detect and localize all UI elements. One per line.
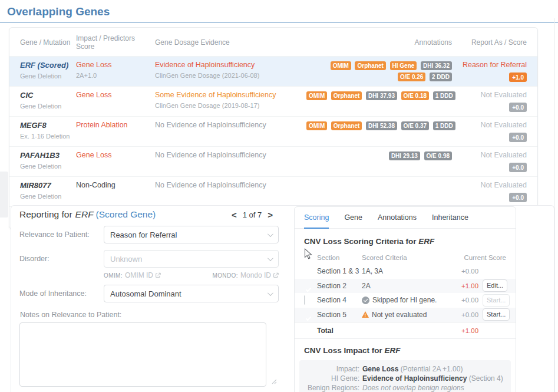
gene-mutation: Gene Deletion (20, 73, 76, 80)
gene-mutation: Gene Deletion (20, 103, 76, 110)
annotation-badge: OMIM (306, 91, 327, 100)
mouse-cursor (304, 248, 313, 261)
gene-name[interactable]: PAFAH1B3 (20, 151, 76, 160)
reporting-form: Reporting forERF(Scored Gene) < 1 of 7 >… (19, 209, 279, 392)
score-badge: +0.0 (509, 193, 527, 202)
report-as-label: Not Evaluated (452, 121, 527, 129)
score-table-header: Section Scored Criteria Current Score (295, 251, 516, 264)
tab-gene[interactable]: Gene (344, 207, 362, 228)
resize-handle[interactable] (272, 379, 277, 384)
start-section-4-button: Start... (483, 294, 510, 307)
impact-detail: (Potential 2A +1.00) (398, 365, 463, 373)
table-row[interactable]: PAFAH1B3 Gene Deletion Gene Loss No Evid… (9, 146, 537, 176)
total-score: +1.00 (461, 327, 483, 334)
gene-mutation: Ex. 1-16 Deletion (20, 133, 76, 140)
criteria-title-gene: ERF (418, 237, 434, 246)
impact-title: CNV Loss Impact for ERF (304, 346, 506, 355)
notes-relevance-textarea[interactable] (19, 322, 266, 387)
edit-section-2-button[interactable]: Edit... (483, 279, 507, 292)
annotation-badge: DHI 37.93 (366, 91, 397, 100)
reporting-title-prefix: Reporting for (19, 209, 72, 219)
report-as-label: Reason for Referral (452, 61, 527, 69)
gene-name[interactable]: CIC (20, 91, 76, 100)
omim-id-link[interactable]: OMIM ID (125, 271, 153, 279)
chevron-right-icon[interactable]: > (262, 210, 279, 220)
annotation-badge: DHI 52.38 (366, 121, 397, 130)
omim-label: OMIM: (104, 272, 123, 279)
section-label: Section 2 (317, 282, 362, 290)
evidence-source: ClinGen Gene Dosage (2019-08-17) (155, 102, 305, 109)
tab-inheritance[interactable]: Inheritance (432, 207, 468, 228)
table-row[interactable]: MEGF8 Ex. 1-16 Deletion Protein Ablation… (9, 116, 537, 146)
impact-label: Protein Ablation (76, 121, 155, 129)
start-section-5-button[interactable]: Start... (483, 308, 510, 321)
score-value: +0.00 (461, 311, 483, 318)
notes-relevance-label: Notes on Relevance to Patient: (20, 311, 279, 319)
impact-label: Non-Coding (76, 181, 155, 189)
score-value: +0.00 (461, 268, 483, 275)
impact-label: Impact: (305, 365, 359, 374)
tab-scoring[interactable]: Scoring (304, 207, 329, 228)
impact-summary-box: Impact: Gene Loss (Potential 2A +1.00) H… (299, 360, 511, 392)
tab-annotations[interactable]: Annotations (378, 207, 417, 228)
gene-name[interactable]: MEGF8 (20, 121, 76, 130)
table-row[interactable]: ERF (Scored) Gene Deletion Gene Loss 2A+… (9, 56, 537, 86)
column-header-impact: Impact / Predictors Score (76, 34, 155, 51)
benign-regions-label: Benign Regions: (305, 384, 359, 392)
side-drawer-handle[interactable] (0, 172, 8, 218)
annotation-badge: DHI 36.32 (421, 61, 452, 70)
gene-name[interactable]: ERF (Scored) (20, 61, 76, 70)
relevance-label: Relevance to Patient: (19, 230, 104, 239)
column-header-report: Report As / Score (452, 38, 527, 47)
annotation-badge: OMIM (331, 61, 351, 70)
table-header-row: Gene / Mutation Impact / Predictors Scor… (9, 28, 537, 56)
annotation-badge: HI Gene (390, 61, 417, 70)
gene-mutation: Gene Deletion (20, 163, 76, 170)
pager-position: 1 of 7 (243, 210, 262, 219)
inheritance-select[interactable]: Autosomal Dominant (104, 285, 279, 302)
section-label: Section 1 & 3 (317, 267, 362, 275)
criteria-label: 2A (362, 282, 461, 290)
external-link-icon (155, 272, 161, 278)
annotation-badge: O/E 0.26 (398, 73, 425, 81)
criteria-title: CNV Loss Scoring Criteria for ERF (304, 237, 506, 246)
mondo-label: MONDO: (212, 272, 238, 279)
evidence-source: ClinGen Gene Dosage (2021-06-08) (155, 72, 305, 79)
score-row-section-4: Section 4 Skipped for HI gene. +0.00 Sta… (295, 293, 516, 308)
relevance-value: Reason for Referral (110, 230, 177, 239)
impact-label: Gene Loss (76, 61, 155, 69)
report-as-label: Not Evaluated (452, 151, 527, 159)
warning-mark: ! (365, 312, 367, 318)
chevron-left-icon[interactable]: < (226, 210, 243, 220)
disorder-select[interactable]: Unknown (104, 250, 279, 268)
container-edge-divider (554, 18, 555, 392)
header-criteria: Scored Criteria (362, 254, 461, 261)
table-row[interactable]: MIR8077 Gene Deletion Non-Coding No Evid… (9, 176, 537, 206)
section-4-checkbox[interactable] (304, 295, 305, 305)
inheritance-value: Autosomal Dominant (110, 289, 181, 298)
external-link-icon (273, 272, 279, 278)
report-as-label: Not Evaluated (452, 181, 527, 189)
warning-icon: ! (362, 311, 369, 318)
gene-pager: < 1 of 7 > (226, 210, 279, 220)
column-header-annotations: Annotations (305, 38, 452, 47)
score-row-section-5: Section 5 ! Not yet evaluated +0.00 Star… (295, 308, 516, 322)
criteria-label: 1A, 3A (362, 267, 461, 275)
disorder-label: Disorder: (19, 255, 104, 263)
scoring-card: Scoring Gene Annotations Inheritance CNV… (294, 206, 516, 392)
score-badge: +0.0 (509, 103, 527, 112)
relevance-select[interactable]: Reason for Referral (104, 226, 279, 243)
total-label: Total (317, 327, 362, 335)
impact-label: Gene Loss (76, 91, 155, 99)
mondo-id-link[interactable]: Mondo ID (240, 271, 271, 279)
page-title: Overlapping Genes (7, 5, 558, 22)
score-badge: +0.0 (509, 163, 527, 172)
criteria-text: Skipped for HI gene. (372, 296, 437, 304)
score-row-section-1-3: Section 1 & 3 1A, 3A +0.00 (295, 264, 516, 279)
criteria-label: ! Not yet evaluated (362, 311, 461, 319)
table-row[interactable]: CIC Gene Deletion Gene Loss Some Evidenc… (9, 86, 537, 116)
check-circle-icon (362, 297, 369, 304)
header-section: Section (317, 254, 362, 261)
gene-name[interactable]: MIR8077 (20, 181, 76, 190)
reporting-panel: Reporting forERF(Scored Gene) < 1 of 7 >… (11, 205, 554, 392)
